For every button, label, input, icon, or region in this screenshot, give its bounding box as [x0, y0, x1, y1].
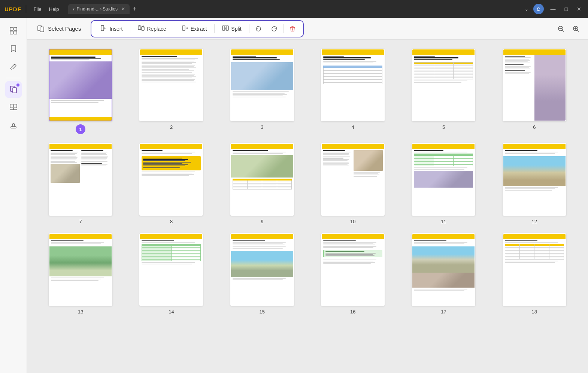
split-icon: [222, 25, 229, 33]
page-number-12: 12: [532, 219, 537, 224]
rotate-right-icon: [270, 25, 278, 33]
svg-rect-7: [14, 104, 17, 108]
sidebar-icon-stamp[interactable]: [5, 117, 22, 134]
toolbar-right: [555, 23, 582, 35]
page-thumb-11: [412, 143, 475, 216]
pages-grid: 1: [39, 49, 576, 315]
sidebar-divider-1: [6, 78, 21, 78]
page-item-3[interactable]: 3: [221, 49, 304, 134]
page-thumb-14: [139, 233, 203, 306]
zoom-out-button[interactable]: [555, 23, 567, 35]
replace-button[interactable]: Replace: [132, 22, 172, 35]
minimize-button[interactable]: —: [548, 5, 558, 13]
page-thumb-5: [412, 49, 475, 121]
page-item-18[interactable]: 18: [493, 233, 576, 315]
page-item-11[interactable]: 11: [402, 143, 485, 224]
svg-rect-13: [101, 25, 104, 31]
page-item-12[interactable]: 12: [493, 143, 576, 224]
select-pages-icon: [37, 25, 45, 33]
sep-1: [130, 24, 130, 33]
page-item-6[interactable]: 6: [493, 49, 576, 134]
select-pages-button[interactable]: Select Pages: [33, 22, 85, 35]
sidebar-icon-thumbnail[interactable]: [5, 22, 22, 39]
close-button[interactable]: ✕: [575, 5, 584, 13]
svg-rect-14: [138, 26, 141, 30]
app-logo: UPDF: [4, 6, 21, 12]
tab-dropdown-icon: ▾: [73, 7, 75, 11]
split-button[interactable]: Split: [216, 22, 247, 35]
svg-line-21: [563, 30, 564, 31]
page-item-7[interactable]: 7: [39, 143, 122, 224]
active-tab[interactable]: ▾ Find-and-...r-Studies ✕: [68, 4, 130, 14]
all-tabs-icon[interactable]: ⌄: [524, 6, 529, 12]
page-item-2[interactable]: 2: [130, 49, 213, 134]
page-thumb-16: [321, 233, 385, 306]
page-number-4: 4: [352, 124, 354, 130]
maximize-button[interactable]: □: [563, 5, 570, 13]
page-number-14: 14: [169, 309, 174, 315]
main-layout: Select Pages Insert: [0, 18, 588, 373]
divider: [26, 5, 26, 13]
page-thumb-10: [321, 143, 385, 216]
tab-close-icon[interactable]: ✕: [121, 6, 125, 12]
sidebar-icon-annotation[interactable]: [5, 58, 22, 75]
svg-rect-6: [10, 104, 13, 108]
page-item-5[interactable]: 5: [402, 49, 485, 134]
page-number-11: 11: [441, 219, 446, 224]
page-item-17[interactable]: 17: [402, 233, 485, 315]
insert-label: Insert: [109, 26, 122, 32]
pages-grid-container[interactable]: 1: [27, 40, 588, 373]
insert-button[interactable]: Insert: [94, 22, 128, 35]
user-avatar[interactable]: C: [533, 4, 544, 14]
page-item-8[interactable]: 8: [130, 143, 213, 224]
tab-area: ▾ Find-and-...r-Studies ✕ +: [68, 4, 521, 14]
svg-rect-15: [142, 27, 144, 30]
replace-icon: [138, 25, 145, 33]
page-number-5: 5: [442, 124, 445, 130]
sidebar-icon-pages[interactable]: [5, 81, 22, 98]
page-thumb-8: [139, 143, 203, 216]
sidebar-icon-bookmark[interactable]: [5, 40, 22, 57]
new-tab-button[interactable]: +: [133, 5, 137, 13]
page-item-16[interactable]: 16: [311, 233, 394, 315]
split-label: Split: [231, 26, 241, 32]
sidebar: [0, 18, 27, 373]
insert-icon: [100, 25, 107, 33]
page-number-6: 6: [533, 124, 536, 130]
page-thumb-18: [503, 233, 566, 306]
page-item-13[interactable]: 13: [39, 233, 122, 315]
extract-icon: [182, 25, 188, 33]
page-thumb-2: [139, 49, 203, 121]
svg-rect-17: [222, 26, 225, 30]
replace-label: Replace: [147, 26, 166, 32]
page-number-15: 15: [260, 309, 265, 315]
page-thumb-6: [503, 49, 566, 121]
page-item-9[interactable]: 9: [221, 143, 304, 224]
page-number-16: 16: [350, 309, 355, 315]
page-number-1: 1: [76, 124, 85, 134]
page-item-14[interactable]: 14: [130, 233, 213, 315]
page-item-10[interactable]: 10: [311, 143, 394, 224]
svg-rect-5: [13, 88, 16, 93]
help-menu[interactable]: Help: [46, 5, 62, 13]
page-thumb-7: [49, 143, 112, 216]
page-number-7: 7: [79, 219, 82, 224]
sep-2: [174, 24, 174, 33]
extract-button[interactable]: Extract: [176, 22, 213, 35]
delete-button[interactable]: [285, 23, 300, 35]
page-thumb-15: [230, 233, 294, 306]
sidebar-icon-organize[interactable]: [5, 99, 22, 116]
logo-text: UPDF: [4, 6, 21, 12]
page-item-15[interactable]: 15: [221, 233, 304, 315]
file-menu[interactable]: File: [31, 5, 45, 13]
page-thumb-3: [230, 49, 294, 121]
rotate-left-button[interactable]: [251, 23, 266, 35]
zoom-in-button[interactable]: [570, 23, 582, 35]
svg-rect-0: [10, 27, 13, 30]
content-area: Select Pages Insert: [27, 18, 588, 373]
page-item-4[interactable]: 4: [311, 49, 394, 134]
rotate-right-button[interactable]: [267, 23, 282, 35]
page-thumb-12: [503, 143, 566, 216]
page-item-1[interactable]: 1: [39, 49, 122, 134]
title-bar: UPDF File Help ▾ Find-and-...r-Studies ✕…: [0, 0, 588, 18]
